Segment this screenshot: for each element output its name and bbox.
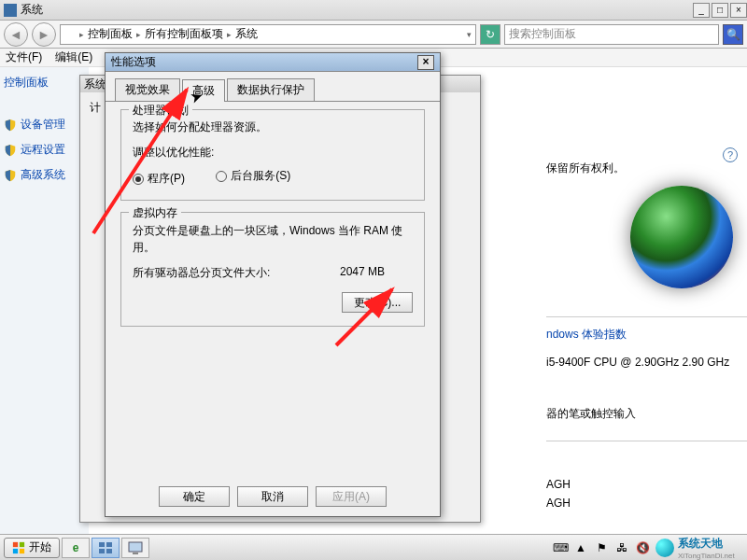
- dialog-title: 性能选项: [111, 54, 156, 70]
- virtual-memory-group: 虚拟内存 分页文件是硬盘上的一块区域，Windows 当作 RAM 使用。 所有…: [120, 212, 425, 327]
- virtual-memory-title: 虚拟内存: [129, 205, 181, 221]
- paging-total-label: 所有驱动器总分页文件大小:: [133, 265, 270, 281]
- cpu-info: i5-9400F CPU @ 2.90GHz 2.90 GHz: [546, 356, 747, 369]
- svg-rect-6: [99, 542, 105, 547]
- chevron-down-icon[interactable]: ▾: [467, 30, 472, 39]
- maximize-button[interactable]: □: [712, 3, 728, 18]
- sidebar-item-device-manager[interactable]: 设备管理: [4, 117, 85, 133]
- cancel-button[interactable]: 取消: [237, 486, 308, 507]
- refresh-button[interactable]: ↻: [480, 24, 500, 45]
- apply-button[interactable]: 应用(A): [316, 486, 387, 507]
- explorer-icon: [98, 541, 113, 554]
- chevron-right-icon: ▸: [79, 30, 84, 39]
- wei-label: ndows 体验指数: [546, 327, 747, 343]
- svg-rect-9: [106, 549, 112, 553]
- radio-programs[interactable]: 程序(P): [133, 171, 185, 187]
- search-input[interactable]: 搜索控制面板: [504, 24, 719, 45]
- breadcrumb-item[interactable]: 所有控制面板项: [145, 26, 223, 42]
- sidebar-item-control-panel[interactable]: 控制面板: [4, 75, 85, 91]
- taskbar: 开始 e ⌨ ▲ ⚑ 🖧 🔇 系统天地 XiTongTianDi.net: [0, 534, 747, 560]
- watermark-url: XiTongTianDi.net: [678, 552, 735, 560]
- svg-rect-8: [99, 549, 105, 553]
- tray-up-icon[interactable]: ▲: [573, 540, 588, 555]
- rights-text: 保留所有权利。: [546, 161, 747, 176]
- shield-icon: [4, 144, 17, 157]
- tray-volume-icon[interactable]: 🔇: [635, 540, 650, 555]
- tab-visual-effects[interactable]: 视觉效果: [115, 78, 180, 101]
- dialog-body: 处理器计划 选择如何分配处理器资源。 调整以优化性能: 程序(P) 后台服务(S…: [106, 102, 440, 345]
- dialog-tabs: 视觉效果 高级 数据执行保护: [106, 79, 440, 102]
- svg-rect-4: [13, 548, 18, 553]
- dialog-footer: 确定 取消 应用(A): [106, 486, 440, 507]
- sidebar-item-label: 远程设置: [21, 142, 65, 158]
- search-placeholder: 搜索控制面板: [509, 26, 576, 42]
- tab-dep[interactable]: 数据执行保护: [227, 78, 315, 101]
- close-button[interactable]: ×: [730, 3, 747, 18]
- optimize-label: 调整以优化性能:: [133, 145, 413, 161]
- radio-icon: [216, 171, 227, 182]
- tray-keyboard-icon[interactable]: ⌨: [553, 540, 568, 555]
- sidebar-item-label: 控制面板: [4, 75, 49, 91]
- search-button[interactable]: 🔍: [723, 24, 743, 45]
- system-properties-title: 系统: [84, 77, 106, 92]
- sidebar-item-remote-settings[interactable]: 远程设置: [4, 142, 85, 158]
- breadcrumb-item[interactable]: 控制面板: [88, 26, 133, 42]
- processor-scheduling-group: 处理器计划 选择如何分配处理器资源。 调整以优化性能: 程序(P) 后台服务(S…: [120, 109, 425, 201]
- sidebar: 控制面板 设备管理 远程设置 高级系统: [0, 67, 89, 534]
- forward-button[interactable]: ►: [32, 22, 56, 47]
- radio-label: 后台服务(S): [231, 168, 290, 184]
- svg-rect-5: [20, 548, 24, 553]
- back-button[interactable]: ◄: [4, 22, 28, 47]
- system-icon: [4, 4, 17, 17]
- e-browser-icon: e: [73, 541, 79, 554]
- processor-scheduling-title: 处理器计划: [129, 103, 192, 119]
- change-button[interactable]: 更改(C)...: [342, 292, 413, 313]
- system-tray: ⌨ ▲ ⚑ 🖧 🔇 系统天地 XiTongTianDi.net: [553, 537, 743, 559]
- windows-flag-icon: [12, 541, 25, 554]
- pen-touch-info: 器的笔或触控输入: [546, 406, 747, 422]
- sidebar-item-label: 设备管理: [21, 117, 65, 133]
- tray-flag-icon[interactable]: ⚑: [594, 540, 609, 555]
- taskbar-item-system[interactable]: [121, 538, 149, 558]
- dialog-titlebar[interactable]: 性能选项 ×: [106, 53, 440, 72]
- svg-rect-11: [133, 553, 138, 554]
- scheduling-description: 选择如何分配处理器资源。: [133, 119, 413, 135]
- globe-icon: [655, 539, 674, 557]
- window-titlebar: 系统 _ □ ×: [0, 0, 747, 21]
- virtual-memory-description: 分页文件是硬盘上的一块区域，Windows 当作 RAM 使用。: [133, 222, 413, 256]
- dialog-close-button[interactable]: ×: [417, 55, 434, 70]
- ok-button[interactable]: 确定: [159, 486, 230, 507]
- radio-icon: [133, 174, 144, 185]
- taskbar-item-browser[interactable]: e: [62, 538, 90, 558]
- windows-orb-icon: [630, 186, 733, 288]
- svg-rect-10: [129, 542, 142, 552]
- menu-edit[interactable]: 编辑(E): [55, 49, 92, 65]
- monitor-icon: [127, 540, 144, 555]
- window-title: 系统: [21, 2, 43, 18]
- watermark-title: 系统天地: [678, 536, 735, 552]
- menu-file[interactable]: 文件(F): [6, 49, 42, 65]
- crumb: 计: [90, 101, 101, 114]
- radio-background-services[interactable]: 后台服务(S): [216, 168, 290, 184]
- paging-total-value: 2047 MB: [340, 265, 385, 281]
- taskbar-item-explorer[interactable]: [92, 538, 120, 558]
- chevron-right-icon: ▸: [136, 30, 141, 39]
- sidebar-item-advanced-system[interactable]: 高级系统: [4, 167, 85, 183]
- address-bar[interactable]: ▸ 控制面板 ▸ 所有控制面板项 ▸ 系统 ▾: [60, 24, 476, 45]
- breadcrumb-item[interactable]: 系统: [235, 26, 258, 42]
- radio-label: 程序(P): [148, 171, 185, 187]
- svg-rect-7: [106, 542, 112, 547]
- sidebar-item-label: 高级系统: [21, 167, 65, 183]
- minimize-button[interactable]: _: [693, 3, 710, 18]
- watermark: 系统天地 XiTongTianDi.net: [655, 537, 740, 559]
- shield-icon: [4, 169, 17, 182]
- system-info-panel: 保留所有权利。 ndows 体验指数 i5-9400F CPU @ 2.90GH…: [546, 161, 747, 510]
- tab-advanced[interactable]: 高级: [182, 79, 225, 102]
- performance-options-dialog: 性能选项 × 视觉效果 高级 数据执行保护 处理器计划 选择如何分配处理器资源。…: [105, 52, 441, 517]
- start-button[interactable]: 开始: [4, 538, 60, 558]
- tray-network-icon[interactable]: 🖧: [614, 540, 629, 555]
- navigation-bar: ◄ ► ▸ 控制面板 ▸ 所有控制面板项 ▸ 系统 ▾ ↻ 搜索控制面板 🔍: [0, 21, 747, 49]
- svg-rect-3: [20, 541, 24, 546]
- computer-icon: [64, 29, 76, 40]
- shield-icon: [4, 119, 17, 132]
